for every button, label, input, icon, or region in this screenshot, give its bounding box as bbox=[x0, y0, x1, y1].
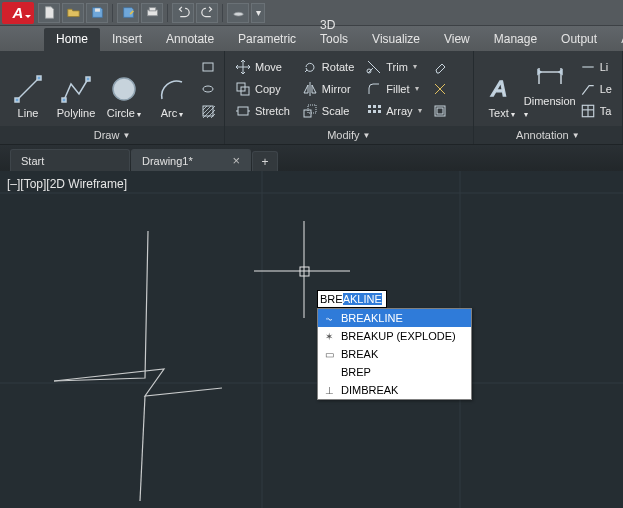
leader-icon bbox=[580, 81, 596, 97]
panel-annotation-label[interactable]: Annotation▼ bbox=[474, 126, 622, 144]
open-file-button[interactable] bbox=[62, 3, 84, 23]
fillet-icon bbox=[366, 81, 382, 97]
mirror-button[interactable]: Mirror bbox=[298, 78, 358, 100]
dimension-button[interactable]: Dimension bbox=[528, 59, 572, 119]
svg-rect-19 bbox=[373, 105, 376, 108]
command-dynamic-input[interactable]: BREAKLINE bbox=[317, 290, 387, 308]
line-button[interactable]: Line bbox=[6, 59, 50, 119]
rect-button[interactable] bbox=[198, 57, 218, 77]
arc-label: Arc bbox=[161, 107, 184, 119]
copy-button[interactable]: Copy bbox=[231, 78, 294, 100]
saveas-button[interactable] bbox=[117, 3, 139, 23]
doc-tabs: Start Drawing1*× + bbox=[0, 145, 623, 171]
ribbon-tab-3dtools[interactable]: 3D Tools bbox=[308, 14, 360, 51]
svg-rect-2 bbox=[149, 8, 156, 11]
line-label: Line bbox=[18, 107, 39, 119]
polyline-button[interactable]: Polyline bbox=[54, 59, 98, 119]
fillet-button[interactable]: Fillet▾ bbox=[362, 78, 425, 100]
ribbon-tab-view[interactable]: View bbox=[432, 28, 482, 51]
ac-item-breakup[interactable]: ✶BREAKUP (EXPLODE) bbox=[318, 327, 471, 345]
array-button[interactable]: Array▾ bbox=[362, 100, 425, 122]
qat-menu-button[interactable]: ▾ bbox=[251, 3, 265, 23]
workspace-button[interactable] bbox=[227, 3, 249, 23]
svg-rect-22 bbox=[373, 110, 376, 113]
svg-rect-9 bbox=[203, 63, 213, 71]
offset-button[interactable] bbox=[430, 101, 450, 121]
table-icon bbox=[580, 103, 596, 119]
ac-item-breakline[interactable]: ⏦BREAKLINE bbox=[318, 309, 471, 327]
app-menu-button[interactable]: A bbox=[2, 2, 34, 24]
ac-item-dimbreak[interactable]: ⊥DIMBREAK bbox=[318, 381, 471, 399]
svg-rect-16 bbox=[308, 105, 316, 113]
array-icon bbox=[366, 103, 382, 119]
svg-rect-21 bbox=[368, 110, 371, 113]
doc-tab-drawing1[interactable]: Drawing1*× bbox=[131, 149, 251, 171]
svg-rect-23 bbox=[378, 110, 381, 113]
ribbon-tab-home[interactable]: Home bbox=[44, 28, 100, 51]
panel-modify: Move Copy Stretch Rotate Mirror Scale Tr… bbox=[225, 51, 474, 144]
ribbon-tab-manage[interactable]: Manage bbox=[482, 28, 549, 51]
svg-line-3 bbox=[17, 78, 39, 100]
svg-rect-18 bbox=[368, 105, 371, 108]
erase-button[interactable] bbox=[430, 57, 450, 77]
new-tab-button[interactable]: + bbox=[252, 151, 278, 171]
ribbon-tab-annotate[interactable]: Annotate bbox=[154, 28, 226, 51]
trim-button[interactable]: Trim▾ bbox=[362, 56, 425, 78]
rotate-button[interactable]: Rotate bbox=[298, 56, 358, 78]
ribbon-tab-insert[interactable]: Insert bbox=[100, 28, 154, 51]
text-label: Text bbox=[489, 107, 515, 119]
stretch-icon bbox=[235, 103, 251, 119]
trim-icon bbox=[366, 59, 382, 75]
leader-button[interactable]: Le bbox=[576, 78, 616, 100]
copy-icon bbox=[235, 81, 251, 97]
command-autocomplete-text: AKLINE bbox=[343, 293, 382, 305]
svg-rect-20 bbox=[378, 105, 381, 108]
break-icon: ▭ bbox=[322, 347, 336, 361]
scale-button[interactable]: Scale bbox=[298, 100, 358, 122]
ribbon-tab-visualize[interactable]: Visualize bbox=[360, 28, 432, 51]
table-button[interactable]: Ta bbox=[576, 100, 616, 122]
svg-rect-6 bbox=[62, 98, 66, 102]
blank-icon bbox=[322, 365, 336, 379]
svg-rect-7 bbox=[86, 77, 90, 81]
text-icon: A bbox=[487, 74, 517, 104]
linear-button[interactable]: Li bbox=[576, 56, 616, 78]
svg-rect-0 bbox=[95, 8, 100, 11]
circle-icon bbox=[109, 74, 139, 104]
hatch-button[interactable] bbox=[198, 101, 218, 121]
redo-button[interactable] bbox=[196, 3, 218, 23]
explode-icon: ✶ bbox=[322, 329, 336, 343]
ellipse-button[interactable] bbox=[198, 79, 218, 99]
ribbon-tab-output[interactable]: Output bbox=[549, 28, 609, 51]
undo-button[interactable] bbox=[172, 3, 194, 23]
polyline-label: Polyline bbox=[57, 107, 96, 119]
close-icon[interactable]: × bbox=[232, 153, 240, 168]
ac-item-brep[interactable]: BREP bbox=[318, 363, 471, 381]
ribbon-tabs: Home Insert Annotate Parametric 3D Tools… bbox=[0, 26, 623, 51]
polyline-icon bbox=[61, 74, 91, 104]
panel-draw-label[interactable]: Draw▼ bbox=[0, 126, 224, 144]
arc-button[interactable]: Arc bbox=[150, 59, 194, 119]
ribbon-tab-add[interactable]: Add bbox=[609, 28, 623, 51]
panel-modify-label[interactable]: Modify▼ bbox=[225, 126, 473, 144]
doc-tab-start[interactable]: Start bbox=[10, 149, 130, 171]
explode-button[interactable] bbox=[430, 79, 450, 99]
dimension-label: Dimension bbox=[524, 95, 576, 119]
plot-button[interactable] bbox=[141, 3, 163, 23]
stretch-button[interactable]: Stretch bbox=[231, 100, 294, 122]
dimbreak-icon: ⊥ bbox=[322, 383, 336, 397]
circle-button[interactable]: Circle bbox=[102, 59, 146, 119]
command-typed-text: BRE bbox=[320, 293, 343, 305]
rotate-icon bbox=[302, 59, 318, 75]
new-file-button[interactable] bbox=[38, 3, 60, 23]
ribbon-body: Line Polyline Circle Arc Draw▼ bbox=[0, 51, 623, 145]
move-icon bbox=[235, 59, 251, 75]
text-button[interactable]: A Text bbox=[480, 59, 524, 119]
svg-text:A: A bbox=[490, 76, 507, 101]
move-button[interactable]: Move bbox=[231, 56, 294, 78]
dimension-icon bbox=[535, 62, 565, 92]
save-button[interactable] bbox=[86, 3, 108, 23]
viewport[interactable]: [–][Top][2D Wireframe] BREAKLINE ⏦BREAKL… bbox=[0, 171, 623, 508]
ribbon-tab-parametric[interactable]: Parametric bbox=[226, 28, 308, 51]
ac-item-break[interactable]: ▭BREAK bbox=[318, 345, 471, 363]
